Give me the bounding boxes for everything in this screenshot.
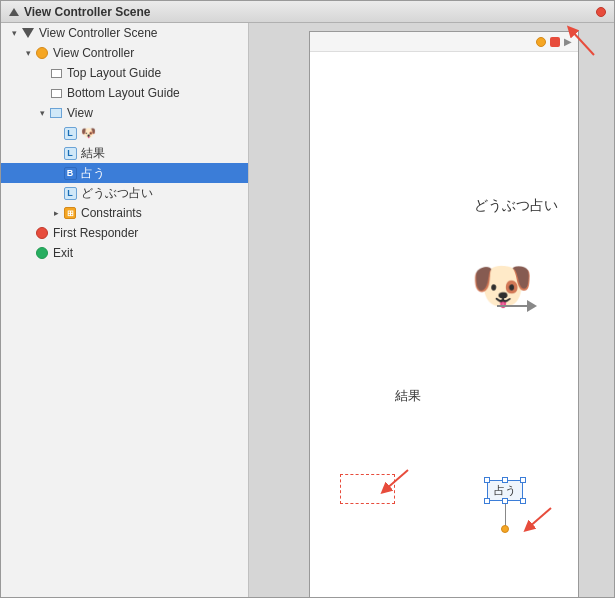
- tree-item-label-dobutsu[interactable]: L どうぶつ占い: [1, 183, 248, 203]
- handle-bl: [484, 498, 490, 504]
- scene-triangle-icon: [9, 8, 19, 16]
- disclosure-scene: [9, 28, 19, 38]
- svg-marker-0: [22, 28, 34, 38]
- svg-line-2: [571, 30, 594, 55]
- svg-line-4: [385, 470, 408, 490]
- handle-bm: [502, 498, 508, 504]
- firstresponder-icon: [35, 226, 49, 240]
- toplayout-icon: [49, 66, 63, 80]
- tree-item-button-uranai[interactable]: B 占う: [1, 163, 248, 183]
- connector-arrowhead: [527, 300, 537, 312]
- tree-item-viewcontroller[interactable]: View Controller: [1, 43, 248, 63]
- connector-arrow: [497, 300, 537, 312]
- top-circle-icon: [536, 37, 546, 47]
- top-cube-icon: [550, 37, 560, 47]
- disclosure-view: [37, 108, 47, 118]
- constraints-icon: ⊞: [63, 206, 77, 220]
- main-container: View Controller Scene View Controller Sc…: [0, 0, 615, 598]
- constraint-anchor: [501, 525, 509, 533]
- disclosure-vc: [23, 48, 33, 58]
- tree-item-constraints[interactable]: ⊞ Constraints: [1, 203, 248, 223]
- tree-item-exit[interactable]: Exit: [1, 243, 248, 263]
- storyboard-content: どうぶつ占い 🐶 結果 占う: [310, 52, 578, 597]
- kekka-label-icon: L: [63, 146, 77, 160]
- handle-tl: [484, 477, 490, 483]
- tree-item-label-kekka[interactable]: L 結果: [1, 143, 248, 163]
- exit-icon: [35, 246, 49, 260]
- view-icon: [49, 106, 63, 120]
- title-bar: View Controller Scene: [1, 1, 614, 23]
- pink-arrow-top: [566, 25, 596, 63]
- canvas-button-label: 占う: [494, 484, 516, 496]
- tree-item-firstresponder[interactable]: First Responder: [1, 223, 248, 243]
- firstresponder-label: First Responder: [53, 226, 138, 240]
- tree-item-toplayout[interactable]: Top Layout Guide: [1, 63, 248, 83]
- bottomlayout-label: Bottom Layout Guide: [67, 86, 180, 100]
- storyboard-phone: ▶ どうぶつ占い 🐶 結果 占う: [309, 31, 579, 597]
- close-button[interactable]: [596, 7, 606, 17]
- scene-icon: [21, 26, 35, 40]
- title-bar-text: View Controller Scene: [24, 5, 151, 19]
- dobutsu-label: どうぶつ占い: [81, 185, 153, 202]
- storyboard-topbar: ▶: [310, 32, 578, 52]
- handle-tm: [502, 477, 508, 483]
- scene-label: View Controller Scene: [39, 26, 158, 40]
- canvas-panel: ▶ どうぶつ占い 🐶 結果 占う: [249, 23, 614, 597]
- uranai-label: 占う: [81, 165, 105, 182]
- content-area: View Controller Scene View Controller To…: [1, 23, 614, 597]
- exit-label: Exit: [53, 246, 73, 260]
- kekka-label: 結果: [81, 145, 105, 162]
- bottomlayout-icon: [49, 86, 63, 100]
- tree-item-scene[interactable]: View Controller Scene: [1, 23, 248, 43]
- view-label: View: [67, 106, 93, 120]
- canvas-title-label: どうぶつ占い: [474, 197, 558, 215]
- dog-label-icon: L: [63, 126, 77, 140]
- pink-arrow-bottom-left: [380, 462, 415, 500]
- handle-tr: [520, 477, 526, 483]
- uranai-button-icon: B: [63, 166, 77, 180]
- toplayout-label: Top Layout Guide: [67, 66, 161, 80]
- disclosure-constraints: [51, 208, 61, 218]
- dog-label: 🐶: [81, 126, 96, 140]
- tree-item-view[interactable]: View: [1, 103, 248, 123]
- canvas-result-label: 結果: [395, 387, 421, 405]
- vc-label: View Controller: [53, 46, 134, 60]
- tree-panel: View Controller Scene View Controller To…: [1, 23, 249, 597]
- canvas-button-uranai-container[interactable]: 占う: [487, 480, 523, 533]
- constraints-label: Constraints: [81, 206, 142, 220]
- pink-arrow-bottom-right: [523, 500, 558, 538]
- tree-item-label-dog[interactable]: L 🐶: [1, 123, 248, 143]
- tree-item-bottomlayout[interactable]: Bottom Layout Guide: [1, 83, 248, 103]
- vc-icon: [35, 46, 49, 60]
- connector-line: [497, 305, 527, 307]
- svg-line-6: [528, 508, 551, 528]
- dobutsu-label-icon: L: [63, 186, 77, 200]
